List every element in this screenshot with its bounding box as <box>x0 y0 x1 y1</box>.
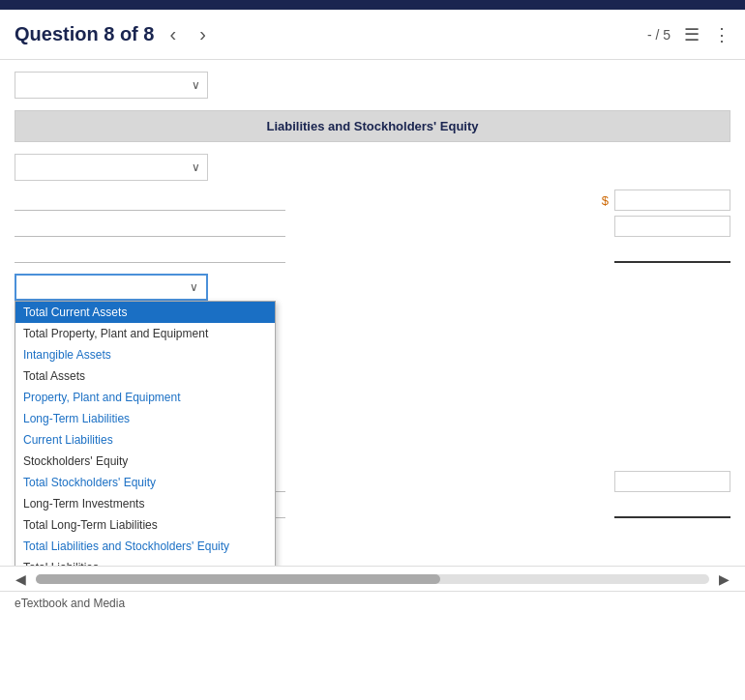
nav-bar: Question 8 of 8 ‹ › - / 5 ☰ ⋮ <box>0 10 745 60</box>
right-input-3[interactable] <box>614 242 730 263</box>
scrollbar-track[interactable] <box>36 574 709 584</box>
dollar-sign-1: $ <box>602 193 609 208</box>
left-input-1[interactable] <box>15 190 285 211</box>
dropdown-item-8[interactable]: Total Stockholders' Equity <box>15 472 275 493</box>
dropdown-item-7[interactable]: Stockholders' Equity <box>15 451 275 472</box>
dropdown-item-6[interactable]: Current Liabilities <box>15 429 275 451</box>
list-icon-button[interactable]: ☰ <box>684 24 700 45</box>
prev-button[interactable]: ‹ <box>162 21 184 47</box>
scroll-left-button[interactable]: ◀ <box>10 571 32 587</box>
scrollbar-thumb <box>36 574 440 584</box>
left-input-3[interactable] <box>15 242 285 263</box>
right-input-2[interactable] <box>614 216 730 237</box>
second-dropdown-row: ∨ <box>15 154 208 181</box>
scrollbar-area: ◀ ▶ <box>0 566 745 591</box>
dropdown-item-3[interactable]: Total Assets <box>15 365 275 387</box>
input-row-3 <box>15 242 730 263</box>
dropdown-item-12[interactable]: Total Liabilities <box>15 557 275 566</box>
dropdown-list: Total Current Assets Total Property, Pla… <box>15 301 276 566</box>
next-button[interactable]: › <box>192 21 214 47</box>
dropdown-item-11[interactable]: Total Liabilities and Stockholders' Equi… <box>15 536 275 557</box>
footer-label: eTextbook and Media <box>15 597 125 610</box>
left-input-2[interactable] <box>15 216 285 237</box>
question-label: Question 8 of 8 <box>15 23 154 45</box>
top-dropdown-select[interactable] <box>15 72 208 99</box>
dropdown-item-2[interactable]: Intangible Assets <box>15 344 275 365</box>
nav-left: Question 8 of 8 ‹ › <box>15 21 214 47</box>
top-dropdown-row: ∨ <box>15 72 208 99</box>
input-row-2 <box>15 216 730 237</box>
page-indicator: - / 5 <box>647 27 670 43</box>
right-input-below-2[interactable] <box>614 497 730 518</box>
footer-area: eTextbook and Media <box>0 591 745 614</box>
content-area: ∨ Liabilities and Stockholders' Equity ∨… <box>0 60 745 566</box>
right-input-1[interactable] <box>614 190 730 211</box>
dropdown-item-4[interactable]: Property, Plant and Equipment <box>15 387 275 408</box>
dropdown-item-10[interactable]: Total Long-Term Liabilities <box>15 514 275 536</box>
nav-right: - / 5 ☰ ⋮ <box>647 24 730 45</box>
dropdown-item-9[interactable]: Long-Term Investments <box>15 493 275 514</box>
section-header: Liabilities and Stockholders' Equity <box>15 110 730 142</box>
more-icon: ⋮ <box>713 25 730 44</box>
dropdown-item-0[interactable]: Total Current Assets <box>15 302 275 323</box>
input-row-1: $ <box>15 190 730 211</box>
second-dropdown-select[interactable] <box>15 154 208 181</box>
open-dropdown-row: ∨ Total Current Assets Total Property, P… <box>15 274 208 301</box>
dropdown-item-1[interactable]: Total Property, Plant and Equipment <box>15 323 275 344</box>
dropdown-item-5[interactable]: Long-Term Liabilities <box>15 408 275 429</box>
right-input-below-1[interactable] <box>614 471 730 492</box>
more-options-button[interactable]: ⋮ <box>713 24 730 45</box>
open-dropdown-trigger[interactable]: ∨ <box>15 274 208 301</box>
top-bar <box>0 0 745 10</box>
scroll-right-button[interactable]: ▶ <box>713 571 735 587</box>
list-icon: ☰ <box>684 25 700 44</box>
open-dropdown-arrow-icon: ∨ <box>190 280 198 294</box>
